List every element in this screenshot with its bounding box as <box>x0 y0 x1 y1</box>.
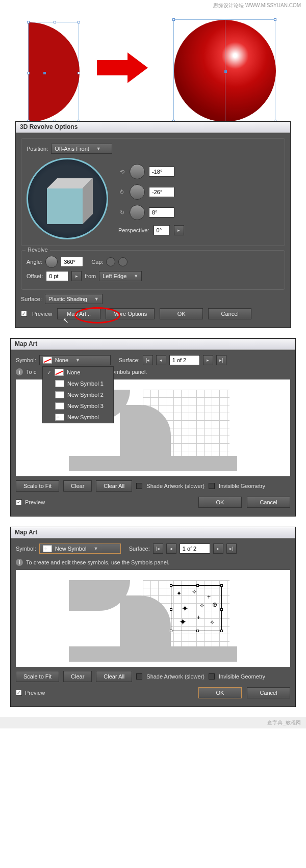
clear-all-button[interactable]: Clear All <box>96 671 132 682</box>
cancel-button[interactable]: Cancel <box>247 687 290 698</box>
anchor-point[interactable] <box>78 21 80 23</box>
hidden-surface <box>69 646 237 662</box>
center-point[interactable] <box>224 70 227 73</box>
perspective-stepper[interactable]: ▸ <box>174 225 184 235</box>
prev-surface-button[interactable]: ◂ <box>156 355 166 365</box>
ok-button[interactable]: OK <box>198 497 242 508</box>
hint-partial: To c <box>26 369 36 375</box>
cancel-button[interactable]: Cancel <box>247 497 290 508</box>
handle[interactable] <box>220 608 223 611</box>
clear-button[interactable]: Clear <box>63 480 92 492</box>
handle[interactable] <box>220 630 223 632</box>
placed-symbol-bbox[interactable]: ✦ ✧ + ✦ ✧ ⊕ ✦ + ✧ <box>171 585 222 631</box>
arrow-icon <box>128 52 148 83</box>
scale-to-fit-button[interactable]: Scale to Fit <box>16 671 59 682</box>
none-swatch-icon <box>43 357 52 364</box>
anchor-point[interactable] <box>27 72 30 74</box>
ok-button[interactable]: OK <box>198 687 242 698</box>
preview-checkbox[interactable]: ✓ <box>16 690 22 696</box>
rotate-x-dial[interactable] <box>130 164 145 179</box>
cap-on-button[interactable] <box>106 257 115 266</box>
perspective-input[interactable]: 0° <box>154 225 170 235</box>
handle[interactable] <box>220 584 223 587</box>
handle[interactable] <box>196 584 199 587</box>
handle[interactable] <box>170 584 172 587</box>
dialog-title: 3D Revolve Options <box>16 122 290 133</box>
info-icon: i <box>16 368 23 375</box>
preview-checkbox[interactable]: ✓ <box>21 311 27 317</box>
handle[interactable] <box>196 630 199 632</box>
rotate-y-dial[interactable] <box>130 184 145 200</box>
anchor-point[interactable] <box>274 18 276 21</box>
rotation-trackball[interactable] <box>27 158 108 239</box>
offset-input[interactable]: 0 pt <box>46 271 68 281</box>
map-art-canvas[interactable]: ✦ ✧ + ✦ ✧ ⊕ ✦ + ✧ <box>16 570 290 667</box>
symbol-dropdown[interactable]: ✦ New Symbol ▼ <box>39 544 121 554</box>
dropdown-item-new-symbol[interactable]: ✦New Symbol <box>43 412 113 423</box>
dropdown-item-none[interactable]: ✓None <box>43 367 113 378</box>
illustration-area <box>0 9 306 116</box>
last-surface-button[interactable]: ▸| <box>226 544 237 554</box>
sparkle-icon: ✧ <box>192 588 197 595</box>
item-label: None <box>67 369 80 375</box>
surface-index: 1 of 2 <box>180 544 210 554</box>
chevron-down-icon: ▼ <box>96 146 101 151</box>
sparkle-icon: ✦ <box>179 616 187 628</box>
handle[interactable] <box>170 630 172 632</box>
offset-stepper[interactable]: ▸ <box>71 271 82 281</box>
invisible-checkbox[interactable] <box>209 483 215 489</box>
more-options-button[interactable]: More Options <box>106 308 155 319</box>
from-edge-dropdown[interactable]: Left Edge▼ <box>99 271 142 281</box>
angle-dial[interactable] <box>45 256 58 268</box>
anchor-point[interactable] <box>54 21 56 23</box>
shade-checkbox[interactable] <box>136 483 142 489</box>
last-surface-button[interactable]: ▸| <box>216 355 226 365</box>
scale-to-fit-button[interactable]: Scale to Fit <box>16 480 59 492</box>
ok-button[interactable]: OK <box>160 308 203 319</box>
symbol-dropdown[interactable]: None ▼ <box>39 355 111 365</box>
sparkle-icon: ✦ <box>182 604 188 613</box>
anchor-point[interactable] <box>172 18 175 21</box>
sparkle-swatch-icon: ✦ <box>55 414 64 421</box>
next-surface-button[interactable]: ▸ <box>213 544 223 554</box>
first-surface-button[interactable]: |◂ <box>153 544 163 554</box>
position-label: Position: <box>27 146 48 152</box>
dropdown-item-sym2[interactable]: New Symbol 2 <box>43 389 113 400</box>
bottom-watermark: 查字典_教程网 <box>0 717 306 728</box>
rotate-z-dial[interactable] <box>130 205 145 220</box>
clear-all-button[interactable]: Clear All <box>96 480 132 492</box>
invisible-checkbox[interactable] <box>209 673 215 680</box>
position-dropdown[interactable]: Off-Axis Front▼ <box>51 144 112 154</box>
rotate-x-input[interactable]: -18° <box>149 167 174 177</box>
next-surface-button[interactable]: ▸ <box>203 355 213 365</box>
clear-button[interactable]: Clear <box>63 671 92 682</box>
handle[interactable] <box>170 608 172 611</box>
first-surface-button[interactable]: |◂ <box>143 355 153 365</box>
item-label: New Symbol 1 <box>67 381 104 387</box>
prev-surface-button[interactable]: ◂ <box>166 544 176 554</box>
symbol-dropdown-list[interactable]: ✓None New Symbol 1 New Symbol 2 New Symb… <box>42 366 114 423</box>
center-point[interactable] <box>43 72 46 74</box>
angle-input[interactable]: 360° <box>61 257 83 267</box>
sparkle-icon: ✧ <box>210 619 215 626</box>
rotate-y-input[interactable]: -26° <box>149 187 174 197</box>
dropdown-item-sym1[interactable]: New Symbol 1 <box>43 378 113 389</box>
cap-off-button[interactable] <box>118 257 128 266</box>
anchor-point[interactable] <box>78 72 80 74</box>
surface-dropdown[interactable]: Plastic Shading▼ <box>45 294 103 304</box>
revolve-group-title: Revolve <box>26 247 50 253</box>
anchor-point[interactable] <box>27 21 30 23</box>
cancel-button[interactable]: Cancel <box>208 308 251 319</box>
shade-checkbox[interactable] <box>136 673 142 680</box>
invisible-label: Invisible Geometry <box>219 483 265 489</box>
sphere-selection[interactable] <box>173 19 275 121</box>
rotate-z-input[interactable]: 8° <box>149 207 174 218</box>
item-label: New Symbol 3 <box>67 403 104 409</box>
chevron-down-icon: ▼ <box>94 296 99 302</box>
shade-label: Shade Artwork (slower) <box>146 673 205 680</box>
preview-checkbox[interactable]: ✓ <box>16 499 22 505</box>
half-circle-selection[interactable] <box>28 22 79 121</box>
sparkle-icon: ⊕ <box>212 601 217 608</box>
dropdown-item-sym3[interactable]: New Symbol 3 <box>43 400 113 412</box>
from-label: from <box>85 273 96 279</box>
